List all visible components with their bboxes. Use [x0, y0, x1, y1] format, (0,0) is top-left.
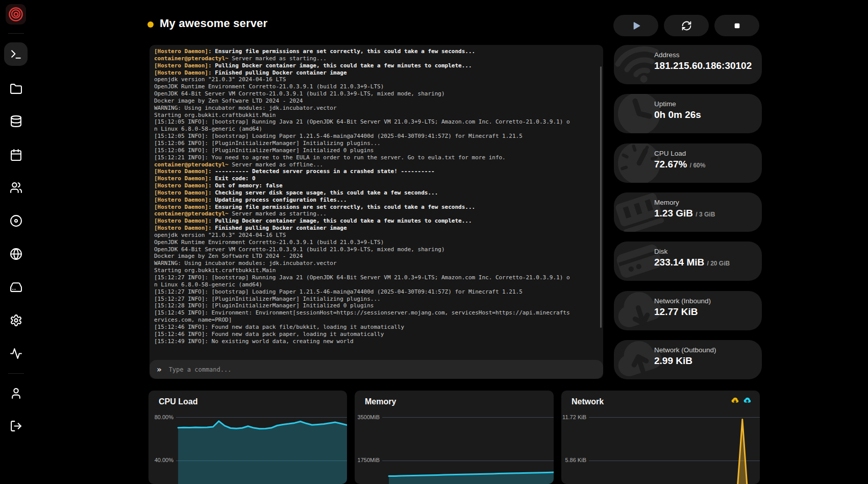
sidebar-item-calendar[interactable]: [4, 143, 28, 166]
folder-icon: [10, 83, 22, 95]
sidebar-item-folder[interactable]: [4, 77, 28, 101]
stat-card-uptime: Uptime0h 0m 26s: [614, 94, 762, 133]
console-line: OpenJDK Runtime Environment Corretto-21.…: [154, 83, 597, 90]
legend-inbound-cloud-down-icon[interactable]: [731, 397, 739, 404]
stat-card-disk: Disk233.14 MiB / 20 GiB: [614, 241, 762, 281]
console-line: [Hostero Daemon]: Exit code: 0: [154, 175, 597, 182]
stat-label: Disk: [654, 248, 667, 255]
console-line: OpenJDK 64-Bit Server VM Corretto-21.0.3…: [154, 90, 597, 98]
console-line: [15:12:27 INFO]: [PluginInitializerManag…: [154, 296, 597, 303]
console-line: WARNING: Using incubator modules: jdk.in…: [154, 260, 597, 267]
sidebar-item-gear[interactable]: [4, 308, 28, 332]
sidebar-item-disc[interactable]: [4, 209, 28, 232]
user-icon: [10, 387, 22, 400]
play-icon: [631, 20, 641, 31]
console-line: Docker image by Zen Software LTD 2024 - …: [154, 98, 597, 105]
stat-value: 2.99 KiB: [654, 355, 692, 367]
console-line: OpenJDK 64-Bit Server VM Corretto-21.0.3…: [154, 246, 597, 253]
console-scrollbar[interactable]: [600, 66, 602, 328]
console-line: [Hostero Daemon]: Ensuring file permissi…: [154, 48, 597, 55]
stat-label: Network (Inbound): [654, 297, 711, 305]
console-line: container@pterodactyl~ Server marked as …: [154, 210, 597, 217]
console-line: openjdk version "21.0.3" 2024-04-16 LTS: [154, 76, 597, 83]
console-line: openjdk version "21.0.3" 2024-04-16 LTS: [154, 232, 597, 239]
sidebar-item-terminal[interactable]: [4, 42, 28, 66]
app-logo[interactable]: [6, 4, 26, 25]
stat-label: Network (Outbound): [654, 346, 716, 354]
stat-limit: / 60%: [690, 162, 706, 169]
stat-card-cpu-load: CPU Load72.67% / 60%: [614, 143, 762, 183]
sidebar-item-globe[interactable]: [4, 242, 28, 265]
stat-value: 1.23 GiB / 3 GiB: [654, 208, 715, 219]
chart-title: Network: [572, 397, 604, 406]
console-line: container@pterodactyl~ Server marked as …: [154, 55, 597, 62]
console-line: Starting org.bukkit.craftbukkit.Main: [154, 267, 597, 274]
console-line: [15:12:21 INFO]: You need to agree to th…: [154, 154, 597, 161]
restart-button[interactable]: [664, 15, 709, 36]
console-line: [15:12:06 INFO]: [PluginInitializerManag…: [154, 147, 597, 154]
console-line: [Hostero Daemon]: Finished pulling Docke…: [154, 225, 597, 232]
chart-card-memory: 3500MiB1750MiBMemory: [355, 391, 554, 484]
sidebar: [0, 0, 32, 484]
database-icon: [10, 115, 22, 128]
console-line: [Hostero Daemon]: Pulling Docker contain…: [154, 217, 597, 225]
stat-card-address: Address181.215.60.186:30102: [614, 45, 762, 84]
console-line: container@pterodactyl~ Server marked as …: [154, 161, 597, 168]
console-line: [15:12:27 INFO]: [bootstrap] Loading Pap…: [154, 288, 597, 296]
console-line: Docker image by Zen Software LTD 2024 - …: [154, 253, 597, 260]
drive-icon: [10, 281, 22, 294]
console-line: [Hostero Daemon]: ---------- Detected se…: [154, 168, 597, 175]
stat-label: Address: [654, 51, 680, 59]
sidebar-item-logout[interactable]: [4, 414, 28, 438]
console-line: [Hostero Daemon]: Finished pulling Docke…: [154, 69, 597, 77]
console-line: [15:12:49 INFO]: No existing world data,…: [154, 338, 597, 345]
console-line: n Linux 6.8.0-58-generic (amd64): [154, 281, 597, 288]
sidebar-divider: [8, 373, 24, 374]
command-bar: »: [150, 360, 603, 379]
stat-label: Uptime: [654, 100, 676, 108]
chevrons-right-icon: »: [157, 366, 162, 374]
globe-icon: [10, 248, 22, 260]
activity-icon: [10, 347, 22, 360]
console-log[interactable]: [Hostero Daemon]: Ensuring file permissi…: [154, 48, 597, 347]
sidebar-item-user[interactable]: [4, 381, 28, 405]
chart-card-cpu-load: 80.00%40.00%CPU Load: [148, 391, 347, 484]
console-line: [Hostero Daemon]: Checking server disk s…: [154, 189, 597, 197]
logout-icon: [10, 420, 22, 432]
console-line: OpenJDK Runtime Environment Corretto-21.…: [154, 239, 597, 246]
console-line: [Hostero Daemon]: Pulling Docker contain…: [154, 62, 597, 69]
legend-outbound-cloud-up-icon[interactable]: [743, 397, 751, 404]
console-line: [15:12:27 INFO]: [bootstrap] Running Jav…: [154, 274, 597, 281]
disc-icon: [10, 214, 22, 227]
server-status-dot: [147, 21, 154, 28]
stat-value: 233.14 MiB / 20 GiB: [654, 257, 730, 268]
terminal-icon: [10, 48, 22, 61]
users-icon: [10, 181, 22, 194]
stat-value: 0h 0m 26s: [654, 109, 701, 120]
sidebar-item-drive[interactable]: [4, 275, 28, 299]
sidebar-item-users[interactable]: [4, 176, 28, 199]
stat-card-network-inbound: Network (Inbound)12.77 KiB: [614, 291, 762, 330]
calendar-icon: [10, 149, 22, 161]
refresh-icon: [681, 20, 692, 31]
stop-icon: [732, 20, 742, 31]
console-line: [15:12:05 INFO]: [bootstrap] Running Jav…: [154, 118, 597, 126]
console-line: [15:12:05 INFO]: [bootstrap] Loading Pap…: [154, 133, 597, 140]
console-line: [15:12:46 INFO]: Found new data pack fil…: [154, 324, 597, 331]
sidebar-item-activity[interactable]: [4, 342, 28, 365]
command-input[interactable]: [168, 366, 558, 374]
console-line: [15:12:28 INFO]: [PluginInitializerManag…: [154, 302, 597, 309]
console-line: [15:12:46 INFO]: Found new data pack pap…: [154, 331, 597, 338]
stat-card-network-outbound: Network (Outbound)2.99 KiB: [614, 340, 762, 379]
console-line: [Hostero Daemon]: Updating process confi…: [154, 197, 597, 204]
console-line: [Hostero Daemon]: Ensuring file permissi…: [154, 204, 597, 211]
page-title: My awesome server: [160, 17, 267, 30]
stop-button[interactable]: [714, 15, 759, 36]
console-line: Starting org.bukkit.craftbukkit.Main: [154, 112, 597, 119]
start-button[interactable]: [613, 15, 658, 36]
stat-value: 181.215.60.186:30102: [654, 60, 752, 71]
stat-limit: / 20 GiB: [707, 260, 730, 267]
sidebar-item-database[interactable]: [4, 109, 28, 133]
gear-icon: [10, 314, 22, 327]
stat-label: Memory: [654, 199, 679, 206]
